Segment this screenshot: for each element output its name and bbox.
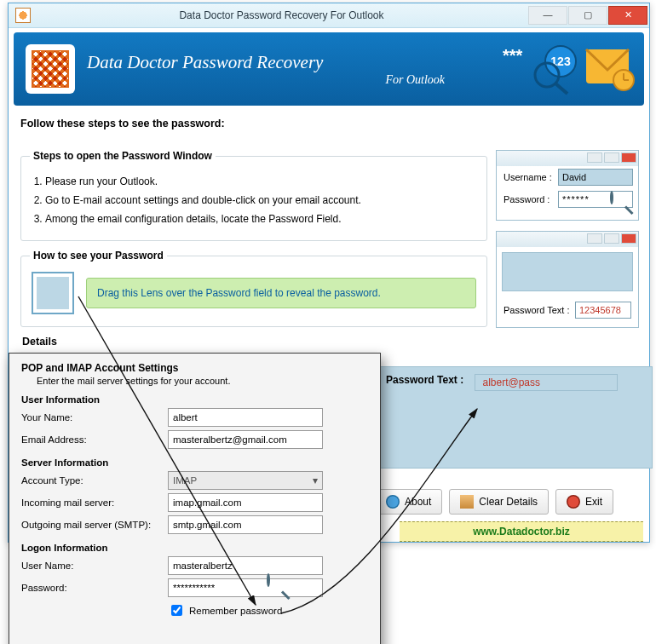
logon-info-heading: Logon Information <box>21 543 368 553</box>
follow-heading: Follow these steps to see the password: <box>20 118 637 129</box>
demo-password-label: Password : <box>504 194 558 204</box>
info-icon <box>386 495 400 509</box>
account-type-select[interactable]: IMAP ▾ <box>168 471 323 490</box>
brand-logo <box>26 44 75 94</box>
your-name-label: Your Name: <box>21 412 168 423</box>
password-label: Password: <box>21 583 168 593</box>
website-url[interactable]: www.Datadoctor.biz <box>400 521 643 542</box>
clear-details-button[interactable]: Clear Details <box>449 489 549 515</box>
outgoing-input[interactable] <box>168 515 323 534</box>
password-text-panel: Password Text : albert@pass <box>377 366 653 469</box>
email-label: Email Address: <box>21 434 168 445</box>
lens-draggable[interactable] <box>32 272 74 314</box>
step-2: Go to E-mail account settings and double… <box>45 194 478 206</box>
about-label: About <box>405 496 431 508</box>
about-button[interactable]: About <box>375 489 442 515</box>
account-type-label: Account Type: <box>21 475 168 486</box>
your-name-input[interactable] <box>168 408 323 427</box>
demo-password-value: ****** <box>558 191 633 208</box>
details-legend: Details <box>22 336 487 348</box>
user-info-heading: User Information <box>21 394 368 405</box>
stars-icon: *** <box>503 46 523 65</box>
demo-result-value: 12345678 <box>575 302 631 319</box>
titlebar[interactable]: Data Doctor Password Recovery For Outloo… <box>9 3 649 28</box>
chevron-down-icon: ▾ <box>313 474 318 486</box>
drag-hint: Drag this Lens over the Password field t… <box>86 278 476 308</box>
demo-result-label: Password Text : <box>504 305 575 315</box>
dialog-subtitle: Enter the mail server settings for your … <box>37 376 368 386</box>
svg-line-2 <box>555 83 567 94</box>
header-banner: Data Doctor Password Recovery For Outloo… <box>14 32 644 106</box>
clear-label: Clear Details <box>479 496 538 508</box>
window-title: Data Doctor Password Recovery For Outloo… <box>36 9 527 21</box>
password-input[interactable] <box>168 578 323 597</box>
user-name-input[interactable] <box>168 556 323 575</box>
demo-login-pane: Username : David Password : ****** <box>496 150 639 221</box>
dialog-title: POP and IMAP Account Settings <box>21 362 368 374</box>
magnifier-icon[interactable] <box>267 575 292 601</box>
steps-legend: Steps to open the Password Window <box>30 150 216 162</box>
password-text-label: Password Text : <box>386 374 463 386</box>
demo-result-pane: Password Text : 12345678 <box>496 231 639 328</box>
incoming-input[interactable] <box>168 493 323 512</box>
incoming-label: Incoming mail server: <box>21 497 168 508</box>
steps-group: Steps to open the Password Window Please… <box>20 150 487 241</box>
exit-button[interactable]: Exit <box>555 489 613 515</box>
broom-icon <box>460 495 474 509</box>
step-3: Among the email configuration details, l… <box>45 213 478 225</box>
close-button[interactable]: ✕ <box>608 6 647 25</box>
maximize-button[interactable]: ▢ <box>568 6 607 25</box>
minimize-button[interactable]: — <box>528 6 567 25</box>
server-info-heading: Server Information <box>21 457 368 468</box>
exit-label: Exit <box>585 496 602 508</box>
how-group: How to see your Password Drag this Lens … <box>20 250 487 327</box>
user-name-label: User Name: <box>21 561 168 571</box>
email-input[interactable] <box>168 430 323 449</box>
close-icon <box>567 495 580 509</box>
demo-username-value: David <box>558 169 633 186</box>
password-text-value: albert@pass <box>475 374 618 391</box>
how-legend: How to see your Password <box>30 250 167 262</box>
outlook-settings-dialog: POP and IMAP Account Settings Enter the … <box>9 353 381 644</box>
remember-password-label: Remember password <box>189 606 282 616</box>
demo-username-label: Username : <box>504 172 558 182</box>
remember-password-checkbox[interactable] <box>171 605 182 616</box>
magnifier-icon <box>610 190 636 216</box>
outgoing-label: Outgoing mail server (SMTP): <box>21 520 168 530</box>
step-1: Please run your Outlook. <box>45 175 478 187</box>
header-graphic: *** 123 <box>499 37 636 101</box>
app-icon <box>15 8 31 23</box>
